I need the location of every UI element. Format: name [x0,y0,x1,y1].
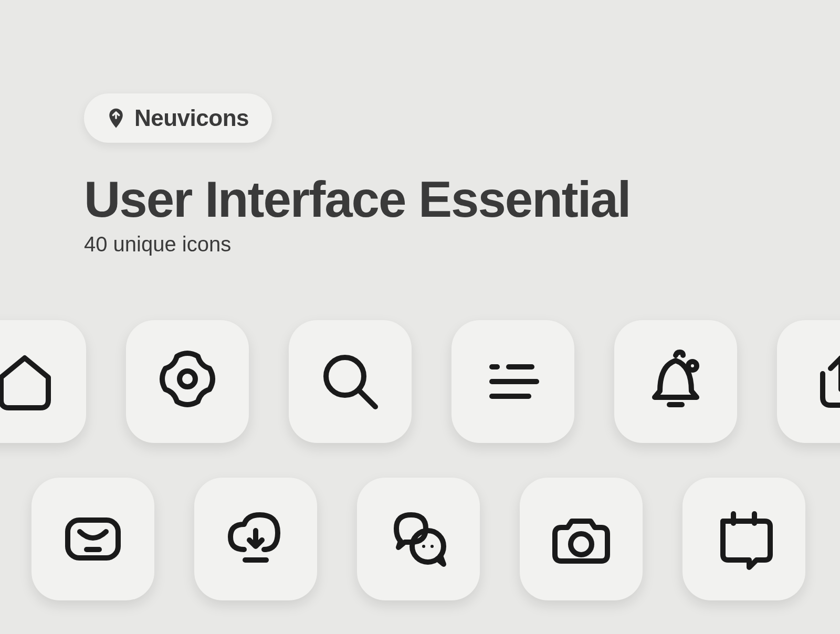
mail-icon [32,478,154,600]
camera-icon [520,478,643,600]
settings-icon [126,320,249,443]
svg-point-15 [430,545,434,548]
search-icon [289,320,412,443]
svg-point-14 [422,545,425,548]
menu-icon [452,320,574,443]
brand-badge: Neuvicons [84,93,272,143]
svg-point-16 [571,534,592,555]
page-title: User Interface Essential [84,173,631,226]
svg-point-0 [180,371,195,387]
notes-icon [682,478,805,600]
icon-row-1 [0,320,840,443]
cloud-download-icon [194,478,317,600]
page-subtitle: 40 unique icons [84,233,631,256]
share-icon [777,320,840,443]
title-block: User Interface Essential 40 unique icons [84,173,631,256]
bell-icon [614,320,737,443]
home-icon [0,320,86,443]
svg-line-2 [360,391,375,407]
chat-icon [357,478,480,600]
brand-name: Neuvicons [134,105,249,131]
svg-point-7 [688,362,697,370]
map-pin-icon [107,107,125,129]
icon-row-2 [32,478,805,600]
